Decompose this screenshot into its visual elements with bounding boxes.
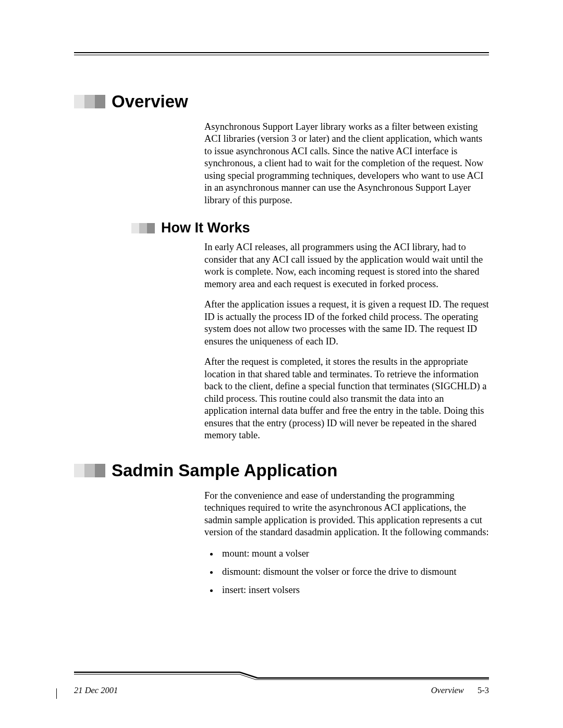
list-item: mount: mount a volser bbox=[219, 547, 489, 560]
how-body: In early ACI releases, all programmers u… bbox=[204, 241, 489, 441]
overview-body: Asynchronous Support Layer library works… bbox=[204, 121, 489, 206]
how-paragraph-1: In early ACI releases, all programmers u… bbox=[204, 241, 489, 290]
page: Overview Asynchronous Support Layer libr… bbox=[0, 0, 563, 728]
heading-bullet-icon bbox=[131, 223, 155, 233]
revision-bar bbox=[56, 688, 57, 699]
heading-sadmin: Sadmin Sample Application bbox=[74, 461, 489, 480]
footer-right: Overview 5-3 bbox=[431, 685, 489, 696]
heading-bullet-icon bbox=[74, 464, 105, 477]
sadmin-command-list: mount: mount a volser dismount: dismount… bbox=[204, 547, 489, 597]
heading-how-it-works: How It Works bbox=[131, 220, 489, 236]
sadmin-paragraph: For the convenience and ease of understa… bbox=[204, 490, 489, 539]
footer-page: 5-3 bbox=[478, 685, 489, 695]
overview-paragraph: Asynchronous Support Layer library works… bbox=[204, 121, 489, 206]
footer-date: 21 Dec 2001 bbox=[74, 685, 118, 696]
footer: 21 Dec 2001 Overview 5-3 bbox=[74, 685, 489, 696]
footer-section: Overview bbox=[431, 685, 464, 695]
rule-thin bbox=[74, 55, 489, 55]
rule-thick bbox=[74, 52, 489, 53]
top-rule bbox=[74, 52, 489, 55]
heading-bullet-icon bbox=[74, 95, 105, 108]
heading-how-it-works-text: How It Works bbox=[161, 220, 250, 236]
footer-rule-svg bbox=[74, 671, 489, 680]
heading-overview: Overview bbox=[74, 92, 489, 112]
sadmin-body: For the convenience and ease of understa… bbox=[204, 490, 489, 597]
heading-sadmin-text: Sadmin Sample Application bbox=[112, 461, 337, 480]
list-item: dismount: dismount the volser or force t… bbox=[219, 565, 489, 578]
list-item: insert: insert volsers bbox=[219, 584, 489, 597]
footer-rule bbox=[74, 671, 489, 678]
content-area: Overview Asynchronous Support Layer libr… bbox=[74, 78, 489, 655]
how-paragraph-3: After the request is completed, it store… bbox=[204, 356, 489, 441]
how-paragraph-2: After the application issues a request, … bbox=[204, 299, 489, 348]
heading-overview-text: Overview bbox=[112, 92, 188, 112]
